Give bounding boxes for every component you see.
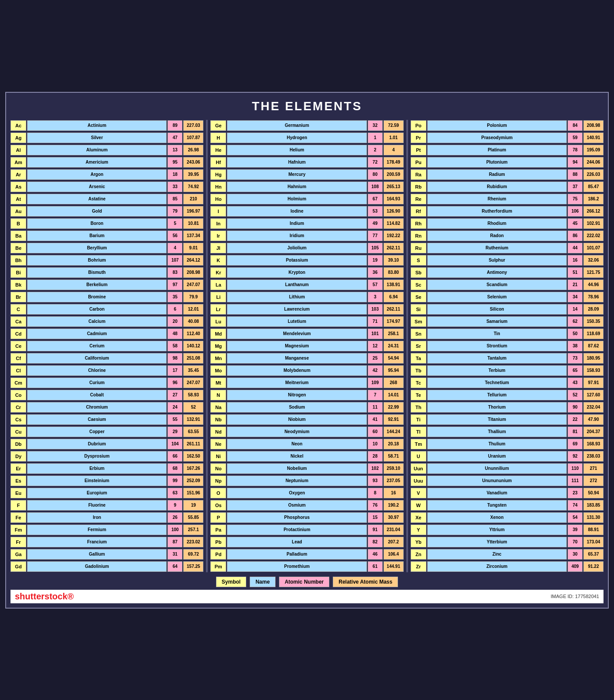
- cell-symbol: Hg: [210, 169, 226, 180]
- cell-mass: 28.09: [583, 304, 604, 315]
- cell-symbol: Sn: [411, 329, 426, 339]
- cell-symbol: Pm: [210, 561, 226, 572]
- cell-symbol: Ba: [10, 231, 26, 241]
- cell-number: 102: [368, 463, 383, 474]
- cell-symbol: Pu: [411, 157, 426, 168]
- cell-number: 25: [368, 353, 383, 364]
- cell-name: Rubidium: [427, 182, 567, 192]
- cell-name: Sulphur: [427, 255, 567, 266]
- element-row: SbAntimony51121.75: [411, 267, 604, 278]
- element-row: ZnZinc3065.37: [411, 549, 604, 560]
- cell-name: Strontium: [427, 341, 567, 351]
- cell-symbol: U: [411, 451, 426, 462]
- element-row: PtPlatinum78195.09: [411, 144, 604, 156]
- cell-name: Antimony: [427, 267, 567, 278]
- cell-symbol: W: [411, 500, 426, 511]
- cell-name: Neodymium: [227, 427, 366, 437]
- cell-mass: 39.10: [384, 255, 404, 266]
- cell-name: Plutonium: [427, 157, 567, 168]
- legend-number: Atomic Number: [279, 577, 329, 587]
- element-row: HgMercury80200.59: [210, 169, 403, 180]
- cell-number: 34: [568, 292, 583, 302]
- element-column-1: GeGermanium3272.59HHydrogen11.01HeHelium…: [210, 120, 403, 572]
- cell-symbol: Tm: [411, 439, 426, 449]
- cell-mass: 210: [183, 194, 203, 204]
- cell-name: Hydrogen: [227, 133, 366, 143]
- cell-number: 59: [568, 133, 583, 143]
- cell-symbol: Fe: [10, 512, 26, 523]
- element-row: NNitrogen714.01: [210, 389, 403, 401]
- cell-number: 80: [368, 169, 383, 180]
- cell-name: Samarium: [427, 316, 567, 327]
- element-row: ReRhenium75186.2: [411, 193, 604, 205]
- cell-name: Titanium: [427, 414, 567, 425]
- cell-number: 65: [568, 365, 583, 376]
- cell-name: Uranium: [427, 451, 567, 462]
- element-row: MoMolybdenum4295.94: [210, 365, 403, 376]
- cell-mass: 16: [384, 488, 404, 498]
- cell-number: 78: [568, 145, 583, 155]
- cell-name: Platinum: [427, 145, 567, 155]
- cell-name: Copper: [27, 427, 167, 437]
- cell-name: Ununnilium: [427, 463, 567, 474]
- element-row: LrLawrencium103262.11: [210, 304, 403, 315]
- cell-number: 14: [568, 304, 583, 315]
- cell-name: Potassium: [227, 255, 366, 266]
- element-row: ArArgon1839.95: [10, 169, 203, 180]
- cell-mass: 192.22: [384, 231, 404, 241]
- cell-number: 100: [167, 525, 182, 535]
- cell-mass: 6.94: [384, 292, 404, 302]
- cell-name: Lithium: [227, 292, 366, 302]
- cell-mass: 91.22: [583, 561, 604, 572]
- cell-number: 55: [167, 414, 182, 425]
- cell-symbol: Cl: [10, 365, 26, 376]
- element-row: BaBarium56137.34: [10, 230, 203, 242]
- cell-mass: 40.08: [183, 316, 203, 327]
- cell-name: Iridium: [227, 231, 366, 241]
- cell-symbol: K: [210, 255, 226, 266]
- cell-mass: 131.30: [583, 512, 604, 523]
- cell-number: 52: [568, 390, 583, 400]
- cell-name: Palladium: [227, 549, 366, 560]
- element-row: CaCalcium2040.08: [10, 316, 203, 327]
- cell-name: Ruthenium: [427, 243, 567, 253]
- cell-number: 57: [368, 280, 383, 290]
- cell-number: 3: [368, 292, 383, 302]
- cell-number: 109: [368, 378, 383, 388]
- cell-symbol: Np: [210, 476, 226, 486]
- cell-name: Aluminum: [27, 145, 167, 155]
- element-row: AtAstatine85210: [10, 193, 203, 205]
- cell-number: 82: [368, 537, 383, 547]
- cell-number: 75: [568, 194, 583, 204]
- cell-symbol: V: [411, 488, 426, 498]
- cell-mass: 52: [183, 402, 203, 413]
- cell-symbol: Cd: [10, 329, 26, 339]
- cell-mass: 208.98: [183, 267, 203, 278]
- cell-name: Technetium: [427, 378, 567, 388]
- cell-symbol: Se: [411, 292, 426, 302]
- element-row: CmCurium96247.07: [10, 377, 203, 388]
- element-row: NpNeptunium93237.05: [210, 475, 403, 486]
- cell-mass: 24.31: [384, 341, 404, 351]
- element-row: GaGallium3169.72: [10, 549, 203, 560]
- cell-symbol: Cu: [10, 427, 26, 437]
- cell-symbol: Sb: [411, 267, 426, 278]
- cell-mass: 118.69: [583, 329, 604, 339]
- element-row: CeCerium58140.12: [10, 340, 203, 352]
- cell-number: 8: [368, 488, 383, 498]
- cell-mass: 19: [183, 500, 203, 511]
- cell-symbol: Ag: [10, 133, 26, 143]
- cell-number: 98: [167, 353, 182, 364]
- cell-mass: 101.07: [583, 243, 604, 253]
- cell-mass: 231.04: [384, 525, 404, 535]
- cell-mass: 223.02: [183, 537, 203, 547]
- cell-mass: 232.04: [583, 402, 604, 413]
- cell-name: Chromium: [27, 402, 167, 413]
- cell-number: 27: [167, 390, 182, 400]
- cell-name: Magnesium: [227, 341, 366, 351]
- cell-name: Neon: [227, 439, 366, 449]
- cell-number: 94: [568, 157, 583, 168]
- cell-mass: 30.97: [384, 512, 404, 523]
- cell-mass: 207.2: [384, 537, 404, 547]
- cell-name: Scandium: [427, 280, 567, 290]
